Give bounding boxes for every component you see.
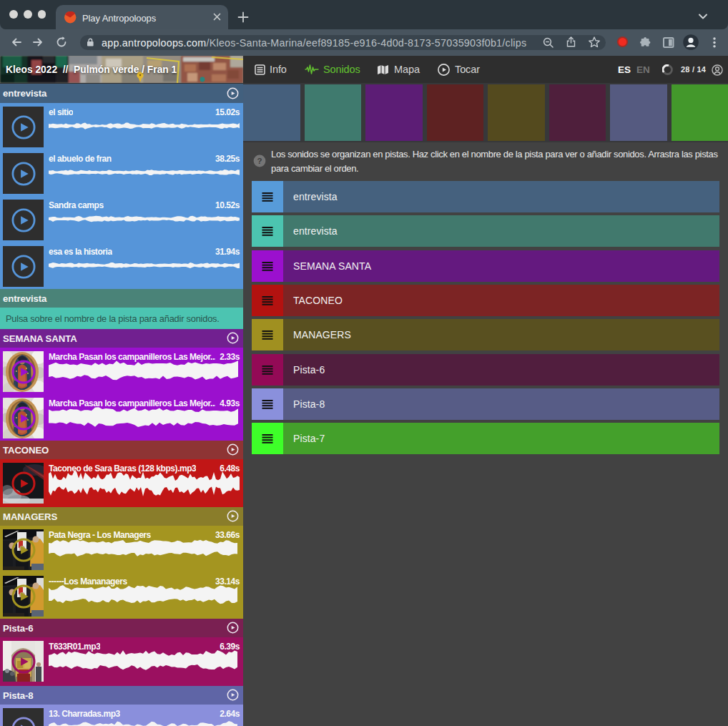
svg-text:?: ? [257,157,262,165]
